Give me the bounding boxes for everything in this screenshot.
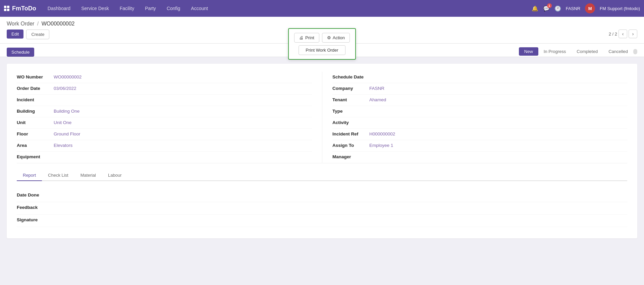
- chat-badge: 1: [547, 3, 552, 8]
- edit-button[interactable]: Edit: [7, 30, 23, 39]
- nav-service-desk[interactable]: Service Desk: [76, 4, 113, 13]
- create-button[interactable]: Create: [26, 30, 49, 39]
- breadcrumb-separator: /: [37, 21, 39, 26]
- schedule-date-label: Schedule Date: [332, 74, 369, 79]
- tenant-label: Tenant: [332, 97, 369, 102]
- manager-label: Manager: [332, 154, 369, 159]
- tab-content-report: Date Done Feedback Signature: [17, 186, 627, 230]
- nav-config[interactable]: Config: [162, 4, 185, 13]
- floor-value[interactable]: Ground Floor: [54, 131, 80, 136]
- signature-value[interactable]: [57, 217, 627, 224]
- field-schedule-date: Schedule Date: [332, 72, 627, 83]
- form-col-left: WO Number WO00000002 Order Date 03/06/20…: [17, 72, 322, 163]
- form-grid: WO Number WO00000002 Order Date 03/06/20…: [17, 72, 627, 163]
- status-cancelled[interactable]: Cancelled: [603, 47, 633, 56]
- tenant-value[interactable]: Ahamed: [369, 97, 386, 102]
- form-col-right: Schedule Date Company FASNR Tenant Ahame…: [322, 72, 627, 163]
- app-logo[interactable]: FmToDo: [4, 5, 36, 12]
- print-button[interactable]: 🖨 Print: [294, 33, 319, 43]
- form-card: WO Number WO00000002 Order Date 03/06/20…: [7, 64, 637, 238]
- print-work-order-button[interactable]: Print Work Order: [299, 45, 345, 55]
- print-action-area: 🖨 Print ⚙ Action Print Work Order: [288, 28, 356, 60]
- status-new[interactable]: New: [519, 47, 538, 56]
- activity-label: Activity: [332, 120, 369, 125]
- tab-check-list[interactable]: Check List: [42, 170, 74, 181]
- building-label: Building: [17, 109, 54, 114]
- page-header: Work Order / WO00000002 Edit Create 🖨 Pr…: [0, 17, 644, 44]
- feedback-value[interactable]: [57, 205, 627, 212]
- status-completed[interactable]: Completed: [571, 47, 603, 56]
- nav-party[interactable]: Party: [140, 4, 161, 13]
- building-value[interactable]: Building One: [54, 109, 79, 114]
- pagination-next[interactable]: ›: [629, 30, 637, 38]
- assign-to-label: Assign To: [332, 143, 369, 148]
- unit-value[interactable]: Unit One: [54, 120, 71, 125]
- date-done-value[interactable]: [57, 192, 627, 199]
- breadcrumb-current: WO00000002: [42, 21, 75, 26]
- gear-icon: ⚙: [327, 35, 331, 40]
- schedule-button[interactable]: Schedule: [7, 48, 34, 57]
- tabs-row: Report Check List Material Labour: [17, 170, 627, 181]
- company-label: Company: [332, 86, 369, 91]
- order-date-value[interactable]: 03/06/2022: [54, 86, 76, 91]
- field-manager: Manager: [332, 152, 627, 163]
- incident-ref-label: Incident Ref: [332, 131, 369, 136]
- app-name: FmToDo: [12, 5, 36, 12]
- user-display: FM Support (fmtodo): [600, 6, 640, 11]
- report-field-date-done: Date Done: [17, 190, 627, 202]
- field-building: Building Building One: [17, 106, 312, 117]
- nav-dashboard[interactable]: Dashboard: [43, 4, 75, 13]
- logo-grid-icon: [4, 6, 9, 11]
- field-wo-number: WO Number WO00000002: [17, 72, 312, 83]
- area-value[interactable]: Elevators: [54, 143, 72, 148]
- assign-to-value[interactable]: Employee 1: [369, 143, 393, 148]
- page-actions: Edit Create 🖨 Print ⚙ Action Print Work …: [7, 30, 637, 43]
- action-label: Action: [333, 35, 345, 40]
- status-in-progress[interactable]: In Progress: [538, 47, 571, 56]
- field-floor: Floor Ground Floor: [17, 129, 312, 140]
- tab-labour[interactable]: Labour: [102, 170, 127, 181]
- pagination-prev[interactable]: ‹: [619, 30, 627, 38]
- printer-icon: 🖨: [299, 35, 304, 40]
- report-field-signature: Signature: [17, 215, 627, 227]
- nav-account[interactable]: Account: [186, 4, 213, 13]
- breadcrumb: Work Order / WO00000002: [7, 21, 637, 27]
- action-button[interactable]: ⚙ Action: [322, 33, 350, 43]
- area-label: Area: [17, 143, 54, 148]
- nav-facility[interactable]: Facility: [115, 4, 139, 13]
- equipment-label: Equipment: [17, 154, 54, 159]
- type-label: Type: [332, 109, 369, 114]
- field-incident: Incident: [17, 95, 312, 106]
- print-action-popup: 🖨 Print ⚙ Action Print Work Order: [288, 28, 356, 60]
- feedback-label: Feedback: [17, 205, 57, 210]
- pagination: 2 / 2 ‹ ›: [609, 30, 637, 38]
- field-incident-ref: Incident Ref H000000002: [332, 129, 627, 140]
- topnav: FmToDo Dashboard Service Desk Facility P…: [0, 0, 644, 17]
- floor-label: Floor: [17, 131, 54, 136]
- field-type: Type: [332, 106, 627, 117]
- breadcrumb-parent[interactable]: Work Order: [7, 21, 34, 26]
- company-value[interactable]: FASNR: [369, 86, 384, 91]
- incident-ref-value[interactable]: H000000002: [369, 131, 395, 136]
- field-area: Area Elevators: [17, 140, 312, 152]
- tab-material[interactable]: Material: [74, 170, 102, 181]
- unit-label: Unit: [17, 120, 54, 125]
- date-done-label: Date Done: [17, 192, 57, 197]
- wo-number-value[interactable]: WO00000002: [54, 74, 82, 79]
- signature-label: Signature: [17, 217, 57, 222]
- main-content: WO Number WO00000002 Order Date 03/06/20…: [0, 57, 644, 285]
- incident-label: Incident: [17, 97, 54, 102]
- pagination-label: 2 / 2: [609, 32, 617, 37]
- field-unit: Unit Unit One: [17, 117, 312, 129]
- bell-icon[interactable]: 🔔: [532, 5, 538, 12]
- topnav-right: 🔔 💬 1 🕐 FASNR M FM Support (fmtodo): [532, 3, 640, 13]
- tab-report[interactable]: Report: [17, 170, 42, 181]
- clock-icon[interactable]: 🕐: [554, 5, 561, 12]
- wo-number-label: WO Number: [17, 74, 54, 79]
- field-order-date: Order Date 03/06/2022: [17, 83, 312, 95]
- print-label: Print: [305, 35, 314, 40]
- avatar[interactable]: M: [585, 3, 595, 13]
- print-action-row: 🖨 Print ⚙ Action: [294, 33, 350, 43]
- nav-menu: Dashboard Service Desk Facility Party Co…: [43, 4, 532, 13]
- chat-badge-wrap[interactable]: 💬 1: [543, 5, 550, 12]
